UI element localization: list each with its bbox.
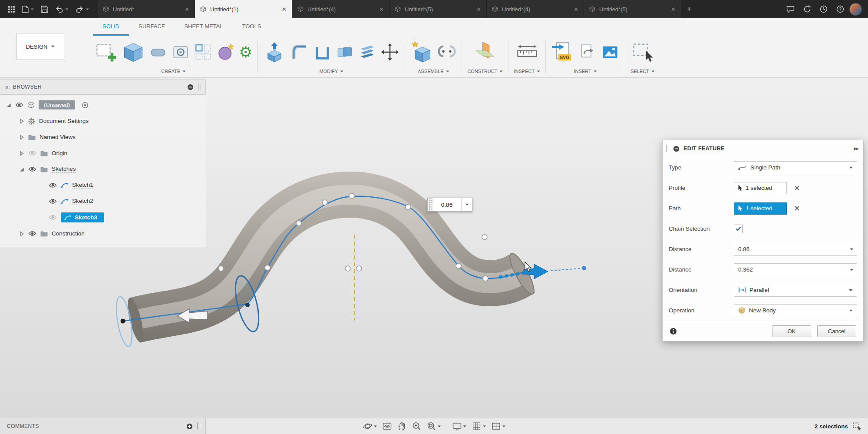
- tab-close-icon[interactable]: ✕: [671, 6, 676, 13]
- root-document-label[interactable]: (Unsaved): [39, 100, 75, 109]
- create-hole-button[interactable]: [171, 43, 190, 62]
- tree-item-label[interactable]: Construction: [52, 230, 85, 237]
- save-button[interactable]: [37, 0, 52, 18]
- new-tab-button[interactable]: +: [681, 0, 697, 18]
- viewports-button[interactable]: [491, 421, 505, 431]
- zoom-button[interactable]: [412, 421, 421, 431]
- document-tab-3[interactable]: Untitled*(4) ✕: [292, 0, 389, 18]
- profile-selection-field[interactable]: 1 selected: [734, 182, 787, 194]
- distance1-input[interactable]: 0.86: [734, 243, 857, 256]
- dialog-drag-grip[interactable]: [666, 145, 669, 152]
- tab-close-icon[interactable]: ✕: [282, 6, 287, 13]
- insert-canvas-button[interactable]: [601, 43, 620, 62]
- tab-surface[interactable]: SURFACE: [129, 18, 175, 36]
- collapsed-triangle-icon[interactable]: [19, 151, 24, 156]
- path-selection-field-active[interactable]: 1 selected: [734, 202, 787, 215]
- cancel-button[interactable]: Cancel: [817, 325, 856, 337]
- operation-dropdown[interactable]: New Body: [734, 304, 857, 317]
- modify-group-dropdown[interactable]: MODIFY: [320, 69, 344, 77]
- dialog-header[interactable]: EDIT FEATURE ▶▶: [663, 140, 863, 157]
- type-dropdown[interactable]: Single Path: [734, 161, 857, 174]
- create-sketch-button[interactable]: [95, 40, 118, 64]
- tree-item-label[interactable]: Sketch2: [72, 198, 93, 205]
- tab-close-icon[interactable]: ✕: [379, 6, 384, 13]
- undo-button[interactable]: [52, 0, 72, 18]
- move-copy-button[interactable]: [380, 43, 399, 62]
- tree-row-origin[interactable]: Origin: [0, 145, 206, 161]
- create-box-button[interactable]: [122, 40, 145, 64]
- tree-row-sketch2[interactable]: Sketch2: [0, 193, 206, 209]
- user-avatar[interactable]: [849, 3, 862, 16]
- redo-button[interactable]: [72, 0, 92, 18]
- tree-item-label[interactable]: Origin: [52, 150, 67, 156]
- create-sweep-button[interactable]: [149, 43, 168, 62]
- path-start-point[interactable]: [121, 319, 125, 324]
- tab-close-icon[interactable]: ✕: [574, 6, 578, 13]
- new-component-button[interactable]: [410, 40, 434, 64]
- panel-resize-grip[interactable]: [198, 83, 201, 90]
- visibility-eye-icon[interactable]: [28, 166, 36, 172]
- shell-button[interactable]: [313, 43, 332, 62]
- tree-row-document-settings[interactable]: Document Settings: [0, 113, 206, 129]
- visibility-eye-icon[interactable]: [49, 199, 57, 204]
- construction-plane-button[interactable]: [473, 40, 497, 64]
- insert-svg-button[interactable]: SVG: [551, 40, 574, 64]
- dimension-dropdown-button[interactable]: [461, 198, 472, 211]
- expanded-triangle-icon[interactable]: [6, 103, 11, 108]
- add-comment-icon[interactable]: [186, 423, 193, 430]
- joint-button[interactable]: [437, 43, 456, 62]
- ok-button[interactable]: OK: [772, 325, 811, 337]
- combine-button[interactable]: [335, 43, 354, 62]
- fillet-button[interactable]: [290, 43, 309, 62]
- create-form-button[interactable]: [216, 43, 235, 62]
- collapsed-triangle-icon[interactable]: [19, 119, 24, 124]
- press-pull-button[interactable]: [263, 40, 287, 64]
- expanded-triangle-icon[interactable]: [19, 167, 24, 172]
- tree-row-sketch3-selected[interactable]: Sketch3: [0, 209, 206, 225]
- visibility-eye-icon[interactable]: [49, 215, 57, 220]
- visibility-eye-icon[interactable]: [28, 231, 36, 236]
- assemble-group-dropdown[interactable]: ASSEMBLE: [418, 69, 449, 77]
- distance2-dropdown-button[interactable]: [846, 264, 857, 276]
- tree-row-construction[interactable]: Construction: [0, 225, 206, 242]
- document-tab-6[interactable]: Untitled*(5) ✕: [584, 0, 681, 18]
- distance1-dropdown-button[interactable]: [846, 243, 857, 255]
- panel-resize-grip[interactable]: [197, 423, 200, 430]
- tree-item-label[interactable]: Sketches: [52, 166, 76, 173]
- document-tab-2-active[interactable]: Untitled*(1) ✕: [195, 0, 292, 18]
- tab-tools[interactable]: TOOLS: [233, 18, 271, 36]
- drag-grip[interactable]: [428, 198, 432, 211]
- collapsed-triangle-icon[interactable]: [19, 231, 24, 236]
- look-at-button[interactable]: [382, 421, 392, 431]
- construct-group-dropdown[interactable]: CONSTRUCT: [467, 69, 503, 77]
- document-tab-5[interactable]: Untitled*(4) ✕: [487, 0, 584, 18]
- tree-item-label[interactable]: Named Views: [40, 134, 76, 140]
- rollup-circle-minus-icon[interactable]: [673, 146, 680, 152]
- tab-sheet-metal[interactable]: SHEET METAL: [175, 18, 232, 36]
- file-menu-button[interactable]: [19, 0, 37, 18]
- dimension-value-input[interactable]: 0.86: [432, 198, 461, 211]
- inspect-group-dropdown[interactable]: INSPECT: [514, 69, 540, 77]
- visibility-eye-icon-off[interactable]: [28, 150, 36, 156]
- job-status-button[interactable]: [800, 0, 815, 18]
- tab-close-icon[interactable]: ✕: [476, 6, 481, 13]
- section-center-point[interactable]: [245, 303, 250, 307]
- expand-dialog-icon[interactable]: ▶▶: [854, 146, 858, 151]
- insert-derive-button[interactable]: [578, 43, 597, 62]
- pan-button[interactable]: [397, 421, 406, 431]
- tab-close-icon[interactable]: ✕: [185, 6, 189, 13]
- measure-button[interactable]: [515, 40, 539, 64]
- create-group-dropdown[interactable]: CREATE: [161, 69, 186, 77]
- create-pattern-button[interactable]: [194, 43, 213, 62]
- selected-item-highlight[interactable]: Sketch3: [61, 212, 104, 222]
- info-icon[interactable]: [670, 328, 677, 335]
- dimension-input-box[interactable]: 0.86: [427, 198, 472, 212]
- visibility-eye-icon[interactable]: [49, 182, 57, 188]
- comments-bar[interactable]: COMMENTS: [0, 418, 206, 434]
- orbit-button[interactable]: [363, 421, 377, 431]
- tab-solid[interactable]: SOLID: [93, 18, 129, 36]
- profile-clear-button[interactable]: [791, 182, 802, 194]
- activate-component-radio-icon[interactable]: [82, 102, 89, 109]
- chain-selection-checkbox-checked[interactable]: [734, 225, 743, 233]
- recent-activity-button[interactable]: [816, 0, 831, 18]
